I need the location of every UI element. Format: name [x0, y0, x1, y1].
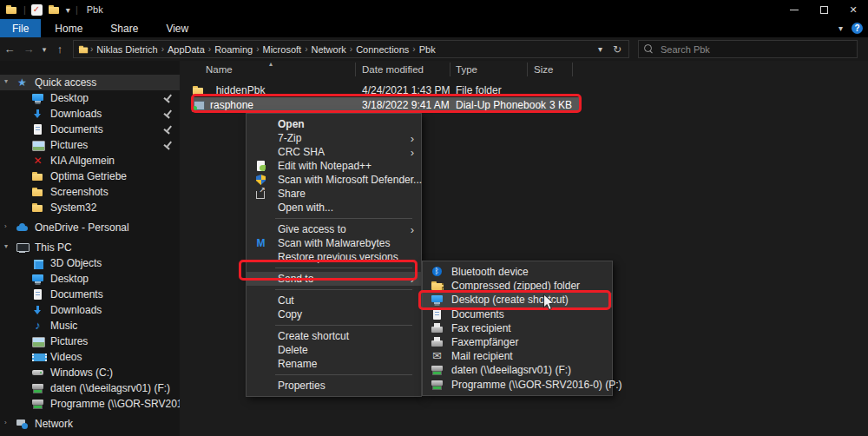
menu-item-cut[interactable]: Cut	[247, 294, 421, 307]
menu-item-7zip[interactable]: 7-Zip›	[247, 131, 421, 145]
sidebar-item-system32[interactable]: System32	[0, 200, 180, 215]
tab-share[interactable]: Share	[96, 19, 152, 37]
tab-file[interactable]: File	[0, 19, 41, 37]
back-button[interactable]: ←	[0, 43, 19, 56]
menu-item-rename[interactable]: Rename	[247, 357, 421, 371]
menu-item-crc-sha[interactable]: CRC SHA›	[247, 145, 421, 159]
sidebar-item-downloads-pc[interactable]: Downloads	[0, 302, 180, 318]
search-box[interactable]	[638, 40, 858, 58]
refresh-icon[interactable]: ↻	[613, 43, 621, 56]
sidebar-item-onedrive[interactable]: ›OneDrive - Personal	[0, 220, 180, 235]
bluetooth-icon	[431, 266, 444, 278]
breadcrumb-connections[interactable]: Connections	[352, 44, 412, 55]
breadcrumb-niklas-dietrich[interactable]: Niklas Dietrich	[93, 44, 161, 55]
column-date-modified[interactable]: Date modified	[362, 64, 424, 75]
sidebar-item-daten-f[interactable]: daten (\\deeilagsrv01) (F:)	[0, 380, 180, 396]
sidebar-item-kia-allgemein[interactable]: ✕KIA Allgemein	[0, 153, 180, 168]
menu-item-send-to[interactable]: Send to›	[247, 272, 421, 286]
sidebar-item-quick-access[interactable]: ▾ ★ Quick access	[0, 75, 180, 90]
file-row-hiddenpbk[interactable]: _hiddenPbk 4/24/2021 1:43 PM File folder	[192, 83, 579, 97]
sendto-item-programme-p[interactable]: Programme (\\GOR-SRV2016-0) (P:)	[423, 378, 612, 392]
sidebar-item-documents[interactable]: Documents	[0, 122, 180, 137]
menu-item-open[interactable]: Open	[247, 117, 421, 131]
sidebar-item-music[interactable]: ♪Music	[0, 318, 180, 334]
sidebar-item-windows-c[interactable]: Windows (C:)	[0, 365, 180, 380]
forward-button[interactable]: →	[19, 43, 38, 56]
sendto-item-fax-recipient[interactable]: Fax recipient	[423, 321, 612, 335]
column-size[interactable]: Size	[534, 64, 553, 75]
sidebar-item-optima-getriebe[interactable]: Optima Getriebe	[0, 168, 180, 184]
address-dropdown-chevron-icon[interactable]: ▾	[598, 44, 602, 54]
network-drive-icon	[431, 379, 444, 391]
sendto-item-daten-f[interactable]: daten (\\deeilagsrv01) (F:)	[423, 363, 612, 377]
menu-item-properties[interactable]: Properties	[247, 379, 421, 393]
onedrive-cloud-icon	[16, 221, 29, 234]
menu-item-delete[interactable]: Delete	[247, 343, 421, 357]
sendto-item-compressed-folder[interactable]: Compressed (zipped) folder	[423, 279, 612, 293]
submenu-arrow-icon: ›	[411, 224, 414, 235]
up-button[interactable]: ↑	[50, 43, 69, 56]
sidebar-item-screenshots[interactable]: Screenshots	[0, 184, 180, 200]
breadcrumb-roaming[interactable]: Roaming	[211, 44, 256, 55]
document-icon	[31, 123, 44, 135]
chevron-right-icon[interactable]: ›	[4, 419, 7, 426]
column-type[interactable]: Type	[456, 64, 477, 75]
menu-item-scan-with-malwarebytes[interactable]: MScan with Malwarebytes	[247, 236, 421, 250]
tab-view[interactable]: View	[152, 19, 202, 37]
menu-item-share[interactable]: Share	[247, 187, 421, 201]
qat-properties-icon[interactable]: ✓	[31, 4, 43, 16]
sendto-item-desktop-create-shortcut[interactable]: Desktop (create shortcut)	[423, 293, 612, 307]
chevron-right-icon[interactable]: ›	[4, 222, 7, 230]
sidebar-item-pictures-pc[interactable]: Pictures	[0, 334, 180, 349]
chevron-down-icon[interactable]: ▾	[4, 242, 8, 250]
menu-item-give-access-to[interactable]: Give access to›	[247, 222, 421, 236]
sidebar-item-documents-pc[interactable]: Documents	[0, 287, 180, 302]
menu-item-copy[interactable]: Copy	[247, 307, 421, 321]
breadcrumb-pbk[interactable]: Pbk	[416, 44, 439, 55]
defender-shield-icon	[254, 174, 267, 186]
breadcrumb-microsoft[interactable]: Microsoft	[260, 44, 306, 55]
tab-home[interactable]: Home	[41, 19, 96, 37]
qat-customize-chevron-icon[interactable]: ▾	[66, 5, 70, 15]
sidebar-item-programme-p[interactable]: Programme (\\GOR-SRV2016-0) (P:)	[0, 396, 180, 412]
menu-separator	[275, 218, 412, 219]
close-button[interactable]: ✕	[838, 0, 868, 19]
sidebar-item-videos[interactable]: Videos	[0, 349, 180, 365]
mail-envelope-icon: ✉	[431, 350, 444, 362]
sidebar-item-desktop-pc[interactable]: Desktop	[0, 271, 180, 287]
minimize-button[interactable]	[779, 0, 809, 19]
sendto-item-mail-recipient[interactable]: ✉Mail recipient	[423, 349, 612, 363]
search-input[interactable]	[661, 44, 817, 55]
network-drive-icon	[31, 382, 44, 394]
context-menu: Open 7-Zip› CRC SHA› Edit with Notepad++…	[246, 113, 422, 397]
sidebar-item-3d-objects[interactable]: 3D Objects	[0, 255, 180, 271]
sidebar-item-downloads[interactable]: Downloads	[0, 106, 180, 122]
menu-item-scan-with-defender[interactable]: Scan with Microsoft Defender...	[247, 173, 421, 187]
help-icon[interactable]: ?	[852, 23, 863, 34]
column-name[interactable]: Name	[206, 64, 233, 75]
sidebar-item-network[interactable]: ›Network	[0, 416, 180, 432]
menu-item-edit-with-notepadpp[interactable]: Edit with Notepad++	[247, 159, 421, 173]
breadcrumb-appdata[interactable]: AppData	[164, 44, 208, 55]
picture-icon	[31, 139, 44, 151]
window-title: Pbk	[87, 4, 103, 15]
breadcrumb-network[interactable]: Network	[307, 44, 349, 55]
document-icon	[31, 288, 44, 301]
sendto-item-documents[interactable]: Documents	[423, 307, 612, 321]
sidebar-item-desktop[interactable]: Desktop	[0, 90, 180, 106]
sidebar-item-pictures[interactable]: Pictures	[0, 137, 180, 153]
maximize-button[interactable]	[809, 0, 838, 19]
expand-ribbon-chevron-icon[interactable]: ▾	[838, 23, 843, 33]
recent-locations-chevron-icon[interactable]: ▾	[38, 45, 50, 54]
sendto-item-bluetooth-device[interactable]: Bluetooth device	[423, 265, 612, 279]
file-row-rasphone[interactable]: rasphone 3/18/2022 9:41 AM Dial-Up Phone…	[192, 97, 579, 112]
sidebar-item-this-pc[interactable]: ▾This PC	[0, 240, 180, 255]
close-icon: ✕	[849, 4, 857, 16]
menu-item-open-with[interactable]: Open with...	[247, 201, 421, 215]
chevron-down-icon[interactable]: ▾	[4, 77, 8, 85]
address-bar[interactable]: › Niklas Dietrich › AppData › Roaming › …	[73, 40, 629, 58]
qat-new-folder-icon[interactable]	[48, 3, 61, 16]
menu-item-restore-previous-versions[interactable]: Restore previous versions	[247, 250, 421, 264]
menu-item-create-shortcut[interactable]: Create shortcut	[247, 329, 421, 343]
sendto-item-faxempfaenger[interactable]: Faxempfänger	[423, 335, 612, 349]
